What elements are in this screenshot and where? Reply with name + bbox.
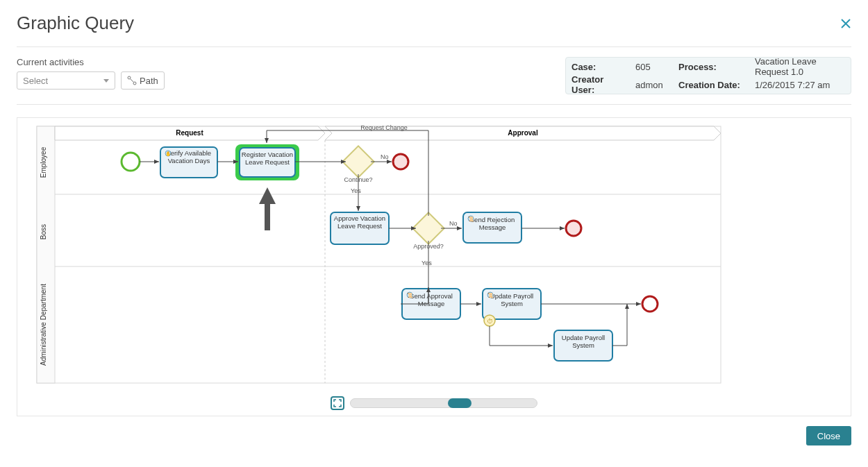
end-event-2 [566,221,581,236]
phase-request: Request [176,129,203,137]
svg-text:📜: 📜 [468,216,474,222]
lane-boss: Boss [40,224,47,239]
svg-text:Yes: Yes [422,260,432,266]
creator-label: Creator User: [566,74,630,95]
svg-text:📜: 📜 [407,292,413,298]
lane-admin: Administrative Department [40,284,47,366]
start-event [122,153,140,171]
svg-text:✋: ✋ [165,151,172,157]
close-button[interactable]: Close [806,426,851,445]
path-icon [127,76,137,85]
zoom-slider-thumb[interactable] [448,398,471,408]
date-value: 1/26/2015 7:27 am [749,80,851,90]
fullscreen-icon[interactable] [331,396,344,410]
select-value: Select [23,76,48,86]
svg-text:Yes: Yes [351,187,361,194]
date-label: Creation Date: [673,80,749,90]
svg-rect-13 [412,212,444,244]
case-info-panel: Case: 605 Process: Vacation Leave Reques… [565,57,851,94]
svg-text:📜: 📜 [487,292,494,298]
creator-value: admon [630,80,673,90]
chevron-down-icon [103,79,109,83]
activities-label: Current activities [17,57,84,67]
svg-text:⏱: ⏱ [487,318,493,325]
gateway-approved [412,212,444,244]
gateway-continue [342,146,374,177]
process-label: Process: [673,62,749,72]
svg-text:No: No [381,153,389,160]
phase-approval: Approval [508,129,538,137]
end-event-3 [642,296,658,312]
case-label: Case: [566,62,630,72]
activities-select[interactable]: Select [17,71,115,90]
path-button[interactable]: Path [121,71,165,90]
close-icon[interactable] [840,18,851,33]
edge-request-change: Request Change [360,124,408,131]
path-button-label: Path [140,76,158,86]
svg-point-0 [128,76,131,79]
end-event-1 [393,154,408,169]
svg-rect-11 [342,146,374,177]
process-value: Vacation Leave Request 1.0 [749,56,851,77]
lane-employee: Employee [40,146,47,178]
svg-text:No: No [449,220,458,227]
svg-point-1 [133,82,136,85]
zoom-slider[interactable] [350,398,537,408]
page-title: Graphic Query [17,12,134,34]
indicator-arrow [259,187,276,230]
diagram-canvas[interactable]: Employee Boss Administrative Department … [17,117,851,416]
case-value: 605 [630,62,673,72]
